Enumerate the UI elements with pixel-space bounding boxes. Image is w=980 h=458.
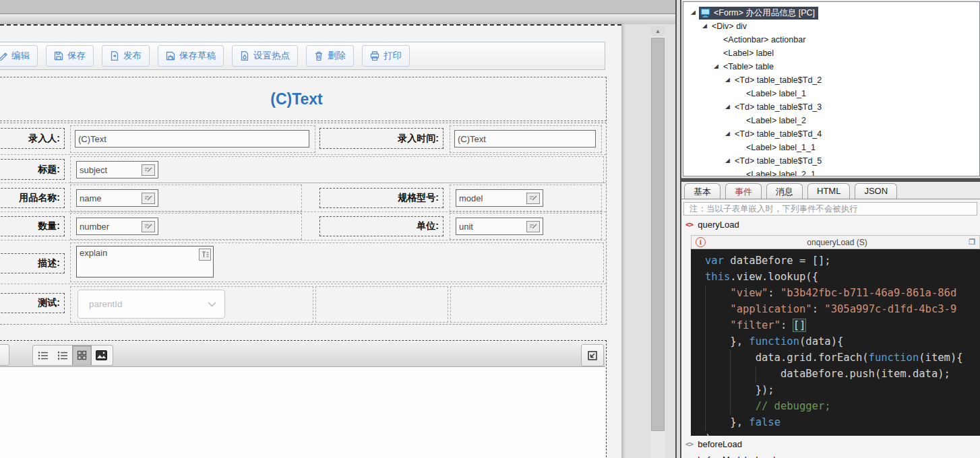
explain-cell[interactable]: explain xyxy=(70,242,604,282)
name-input[interactable]: name xyxy=(76,189,158,207)
save-button[interactable]: 保存 xyxy=(46,45,94,67)
expand-arrow-icon[interactable]: ◢ xyxy=(702,22,707,29)
recorder-label[interactable]: 录入人: xyxy=(0,128,65,149)
tab-events[interactable]: 事件 xyxy=(725,183,762,200)
field-edit-icon[interactable] xyxy=(142,193,155,204)
tree-item-actionbar[interactable]: <Actionbar> actionbar xyxy=(683,33,979,46)
tree-item-label[interactable]: <Label> label xyxy=(683,46,979,60)
panel-splitter-horizontal[interactable] xyxy=(681,178,980,182)
expand-arrow-icon[interactable]: ◢ xyxy=(691,9,696,15)
event-beforemodulesload[interactable]: <> beforeModulesLoad xyxy=(685,455,775,458)
explain-textarea[interactable]: explain xyxy=(76,246,214,277)
unit-input[interactable]: unit xyxy=(456,218,543,235)
scrollbar-up-arrow[interactable]: ▲ xyxy=(651,26,665,36)
richtext-icon[interactable] xyxy=(199,249,211,261)
edit-button[interactable]: 编辑 xyxy=(0,45,38,67)
test-cell[interactable]: parentId xyxy=(70,286,313,323)
empty-cell-1[interactable] xyxy=(315,286,448,323)
download-button[interactable] xyxy=(0,344,9,366)
test-label[interactable]: 测试: xyxy=(0,293,65,313)
explain-label[interactable]: 描述: xyxy=(0,253,65,273)
recorder-input[interactable]: (C)Text xyxy=(75,130,309,148)
code-line: // debugger; xyxy=(705,398,980,414)
image-view-button[interactable] xyxy=(92,346,111,365)
subject-cell[interactable]: subject xyxy=(70,156,604,183)
code-editor[interactable]: var dataBefore = []; this.view.lookup({ … xyxy=(691,249,980,436)
recorder-cell[interactable]: (C)Text xyxy=(70,125,315,153)
form-actionbar[interactable]: 编辑 保存 发布 保存草稿 设置热点 删除 xyxy=(0,42,605,70)
panel-splitter-vertical[interactable] xyxy=(675,0,681,458)
grid-view-button[interactable] xyxy=(72,346,92,365)
tree-item-td3[interactable]: ◢<Td> table_table$Td_3 xyxy=(683,100,979,114)
structure-tree[interactable]: ◢ <Form> 办公用品信息 [PC] ◢<Div> div <Actionb… xyxy=(683,1,980,176)
print-button[interactable]: 打印 xyxy=(362,45,410,67)
info-icon[interactable]: i xyxy=(696,237,706,247)
form-table[interactable]: 录入人: (C)Text 录入时间: (C)Text 标题: subject 用… xyxy=(0,123,607,325)
number-cell[interactable]: number xyxy=(70,213,302,240)
save-draft-button-label: 保存草稿 xyxy=(179,50,216,62)
code-tag-icon: <> xyxy=(685,455,693,458)
name-cell[interactable]: name xyxy=(70,185,302,211)
tree-item-td5[interactable]: ◢<Td> table_table$Td_5 xyxy=(683,154,979,168)
expand-arrow-icon[interactable]: ◢ xyxy=(725,103,730,110)
publish-button[interactable]: 发布 xyxy=(102,45,150,67)
field-edit-icon[interactable] xyxy=(142,164,155,176)
subgrid-section[interactable] xyxy=(0,340,607,458)
printer-icon xyxy=(370,51,379,61)
tree-item-table[interactable]: ◢<Table> table xyxy=(683,60,979,73)
set-hotspot-button[interactable]: 设置热点 xyxy=(232,45,298,67)
bullet-list-icon xyxy=(38,351,49,360)
form-title-component[interactable]: (C)Text xyxy=(0,77,607,121)
expand-arrow-icon[interactable]: ◢ xyxy=(725,157,730,164)
tab-json[interactable]: JSON xyxy=(855,183,897,200)
test-dropdown[interactable]: parentId xyxy=(78,290,225,319)
tree-item-label2-1[interactable]: <Label> label_2_1 xyxy=(683,168,979,176)
expand-arrow-icon[interactable]: ◢ xyxy=(725,130,730,137)
number-input[interactable]: number xyxy=(76,218,158,235)
tab-messages[interactable]: 消息 xyxy=(766,183,803,200)
canvas-scrollbar-thumb[interactable] xyxy=(651,38,665,431)
code-tag-icon: <> xyxy=(685,220,693,229)
form-design-page[interactable]: 编辑 保存 发布 保存草稿 设置热点 删除 xyxy=(0,24,621,458)
import-button[interactable] xyxy=(581,344,604,366)
numbered-list-view-button[interactable] xyxy=(53,346,72,365)
model-label[interactable]: 规格型号: xyxy=(319,188,443,208)
tree-item-td2[interactable]: ◢<Td> table_table$Td_2 xyxy=(683,73,979,87)
save-draft-button[interactable]: 保存草稿 xyxy=(158,45,224,67)
tree-item-label1[interactable]: <Label> label_1 xyxy=(683,87,979,100)
delete-button[interactable]: 删除 xyxy=(306,45,354,67)
bullet-list-view-button[interactable] xyxy=(33,346,53,365)
record-time-cell[interactable]: (C)Text xyxy=(450,125,602,153)
record-time-label[interactable]: 录入时间: xyxy=(319,128,443,149)
tree-item-label1-1[interactable]: <Label> label_1_1 xyxy=(683,141,979,154)
field-edit-icon[interactable] xyxy=(142,221,155,232)
restore-window-icon[interactable]: ❐ xyxy=(969,238,975,247)
explain-textarea-text: explain xyxy=(80,248,107,258)
tree-item-label: <Form> 办公用品信息 [PC] xyxy=(714,7,815,19)
expand-arrow-icon[interactable]: ◢ xyxy=(725,76,730,83)
empty-cell-2[interactable] xyxy=(450,286,602,323)
unit-label[interactable]: 单位: xyxy=(319,216,443,236)
event-queryload[interactable]: <> queryLoad xyxy=(685,220,739,230)
model-cell[interactable]: model xyxy=(450,185,602,211)
recorder-input-text: (C)Text xyxy=(78,134,306,144)
form-monitor-icon xyxy=(700,8,710,18)
field-edit-icon[interactable] xyxy=(526,193,540,204)
subject-input-text: subject xyxy=(80,165,142,175)
model-input[interactable]: model xyxy=(456,189,543,207)
expand-arrow-icon[interactable]: ◢ xyxy=(714,63,718,69)
tab-basic[interactable]: 基本 xyxy=(684,183,721,200)
tree-item-td4[interactable]: ◢<Td> table_table$Td_4 xyxy=(683,127,979,141)
name-label[interactable]: 用品名称: xyxy=(0,188,65,208)
tree-item-div[interactable]: ◢<Div> div xyxy=(683,20,979,33)
record-time-input[interactable]: (C)Text xyxy=(454,130,596,148)
event-beforeload[interactable]: <> beforeLoad xyxy=(685,439,742,449)
field-edit-icon[interactable] xyxy=(526,221,540,232)
number-label[interactable]: 数量: xyxy=(0,216,65,236)
tab-html[interactable]: HTML xyxy=(807,183,850,200)
tree-item-label2[interactable]: <Label> label_2 xyxy=(683,114,979,127)
unit-cell[interactable]: unit xyxy=(450,213,602,240)
subject-label[interactable]: 标题: xyxy=(0,159,65,180)
tree-item-form[interactable]: ◢ <Form> 办公用品信息 [PC] xyxy=(683,6,979,20)
subject-input[interactable]: subject xyxy=(76,161,158,178)
